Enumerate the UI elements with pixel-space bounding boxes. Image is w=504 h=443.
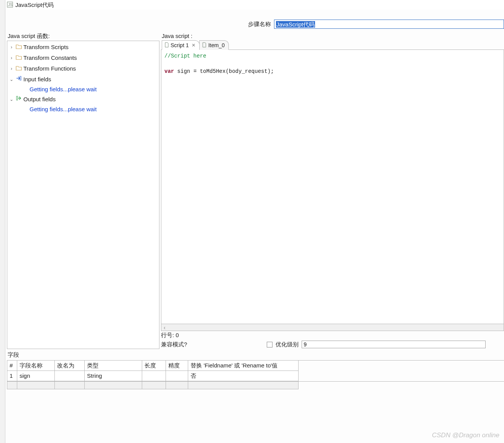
compat-row: 兼容模式? 优化级别	[161, 340, 504, 349]
compat-mode-label: 兼容模式?	[161, 341, 187, 348]
tree-item-label: Output fields	[23, 95, 56, 104]
tree-item-transform-functions[interactable]: › Transform Functions	[7, 63, 159, 74]
col-rename[interactable]: 改名为	[55, 361, 85, 371]
functions-tree[interactable]: › Transform Scripts › Transform Constant…	[7, 41, 159, 349]
output-fields-icon	[16, 95, 22, 104]
tree-item-input-fields[interactable]: ⌄ Input fields	[7, 74, 159, 85]
tree-item-label: Transform Functions	[23, 64, 76, 73]
chevron-right-icon[interactable]: ›	[9, 64, 14, 73]
code-keyword: var	[164, 68, 174, 74]
code-editor[interactable]: //Script here var sign = toMd5Hex(body_r…	[161, 50, 504, 324]
svg-rect-2	[20, 76, 21, 80]
compat-mode-checkbox[interactable]	[267, 342, 273, 347]
optimize-level-input[interactable]	[302, 341, 486, 348]
svg-text:JS: JS	[8, 3, 13, 7]
cell-field-name[interactable]: sign	[17, 371, 55, 381]
tree-leaf-loading: Getting fields...please wait	[7, 105, 159, 114]
script-file-icon	[202, 42, 207, 49]
scroll-left-icon[interactable]: ‹	[164, 324, 166, 331]
step-name-label: 步骤名称	[248, 21, 271, 28]
col-type[interactable]: 类型	[85, 361, 142, 371]
cell-replace[interactable]: 否	[188, 371, 299, 381]
close-icon[interactable]: ✕	[192, 43, 195, 48]
title-bar: JS JavaScript代码	[0, 0, 504, 10]
functions-panel-heading: Java script 函数:	[7, 30, 159, 41]
code-text: sign = toMd5Hex(body_request);	[174, 68, 274, 74]
tab-item-0[interactable]: Item_0	[199, 40, 229, 50]
chevron-down-icon[interactable]: ⌄	[9, 75, 14, 84]
chevron-right-icon[interactable]: ›	[9, 53, 14, 63]
fields-table[interactable]: # 字段名称 改名为 类型 长度 精度 替换 'Fieldname' 或 'Re…	[7, 360, 504, 381]
code-comment: //Script here	[164, 53, 206, 59]
watermark: CSDN @Dragon online	[432, 431, 499, 439]
line-number-label: 行号: 0	[161, 332, 179, 339]
tree-item-output-fields[interactable]: ⌄ Output fields	[7, 94, 159, 105]
col-replace[interactable]: 替换 'Fieldname' 或 'Rename to'值	[188, 361, 299, 371]
window-title: JavaScript代码	[15, 2, 54, 9]
col-index[interactable]: #	[7, 361, 17, 371]
col-length[interactable]: 长度	[142, 361, 166, 371]
tree-item-transform-scripts[interactable]: › Transform Scripts	[7, 42, 159, 53]
tree-item-label: Input fields	[23, 75, 51, 84]
step-name-row: 步骤名称 JavaScript代码	[0, 10, 504, 30]
chevron-down-icon[interactable]: ⌄	[9, 95, 14, 104]
folder-icon	[16, 43, 22, 52]
col-field-name[interactable]: 字段名称	[17, 361, 55, 371]
script-file-icon	[164, 42, 169, 49]
cell-type[interactable]: String	[85, 371, 142, 381]
svg-rect-3	[16, 96, 18, 100]
folder-icon	[16, 53, 22, 63]
optimize-level-label: 优化级别	[276, 341, 299, 348]
cell-precision[interactable]	[166, 371, 188, 381]
tab-label: Item_0	[208, 42, 225, 48]
step-name-input[interactable]: JavaScript代码	[274, 20, 504, 29]
script-panel-heading: Java script :	[161, 30, 504, 40]
tree-item-label: Transform Constants	[23, 53, 77, 63]
step-name-value-selected: JavaScript代码	[276, 21, 315, 28]
input-fields-icon	[16, 75, 22, 84]
folder-icon	[16, 64, 22, 73]
fields-heading: 字段	[7, 351, 504, 360]
tab-label: Script 1	[171, 42, 189, 48]
cell-rename[interactable]	[55, 371, 85, 381]
table-empty-row[interactable]	[7, 381, 504, 389]
chevron-right-icon[interactable]: ›	[9, 43, 14, 52]
cell-length[interactable]	[142, 371, 166, 381]
line-number-row: 行号: 0	[161, 331, 504, 340]
window-left-gutter	[0, 0, 5, 443]
tab-script-1[interactable]: Script 1 ✕	[162, 40, 200, 50]
tree-item-transform-constants[interactable]: › Transform Constants	[7, 53, 159, 63]
script-tab-strip: Script 1 ✕ Item_0	[161, 40, 504, 50]
editor-horizontal-scrollbar[interactable]: ‹	[161, 324, 504, 331]
col-precision[interactable]: 精度	[166, 361, 188, 371]
cell-index[interactable]: 1	[7, 371, 17, 381]
tree-leaf-loading: Getting fields...please wait	[7, 85, 159, 94]
javascript-step-icon: JS	[7, 2, 13, 9]
tree-item-label: Transform Scripts	[23, 43, 69, 52]
